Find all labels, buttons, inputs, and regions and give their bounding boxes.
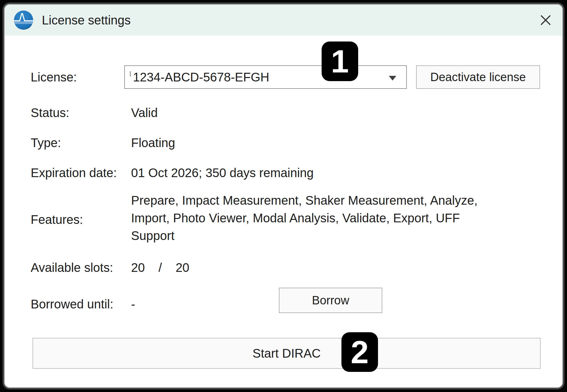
start-dirac-button[interactable]: Start DIRAC <box>33 338 541 369</box>
type-label: Type: <box>31 136 61 150</box>
license-label: License: <box>31 70 77 84</box>
available-slots-value: 20 / 20 <box>131 261 189 275</box>
borrow-button[interactable]: Borrow <box>279 288 382 313</box>
status-value: Valid <box>131 106 158 120</box>
annotation-badge-2: 2 <box>341 332 378 372</box>
chevron-down-icon <box>389 76 396 81</box>
available-slots-label: Available slots: <box>31 261 113 275</box>
titlebar[interactable]: License settings <box>5 5 562 36</box>
close-button[interactable] <box>537 11 554 29</box>
dirac-app-icon <box>13 10 34 30</box>
license-dropdown-value: 1234-ABCD-5678-EFGH <box>133 70 269 84</box>
slots-available: 20 <box>131 261 145 275</box>
borrowed-until-value: - <box>131 297 135 311</box>
features-value: Prepare, Impact Measurement, Shaker Meas… <box>131 192 481 245</box>
borrowed-until-label: Borrowed until: <box>31 297 113 311</box>
type-value: Floating <box>131 136 175 150</box>
dialog-title: License settings <box>42 13 131 27</box>
slots-separator: / <box>159 261 162 275</box>
screenshot-root: License settings License: 1234-ABCD-5678… <box>0 0 567 392</box>
license-settings-dialog: License settings License: 1234-ABCD-5678… <box>4 4 563 388</box>
status-label: Status: <box>31 106 69 120</box>
features-label: Features: <box>31 213 83 227</box>
annotation-badge-1: 1 <box>322 41 358 81</box>
expiration-date-label: Expiration date: <box>31 166 117 180</box>
deactivate-license-button[interactable]: Deactivate license <box>416 65 540 89</box>
slots-total: 20 <box>176 261 190 275</box>
license-dropdown[interactable]: 1234-ABCD-5678-EFGH <box>124 65 407 89</box>
expiration-date-value: 01 Oct 2026; 350 days remaining <box>131 166 314 180</box>
close-icon <box>538 13 553 27</box>
text-caret-mark <box>130 71 131 76</box>
